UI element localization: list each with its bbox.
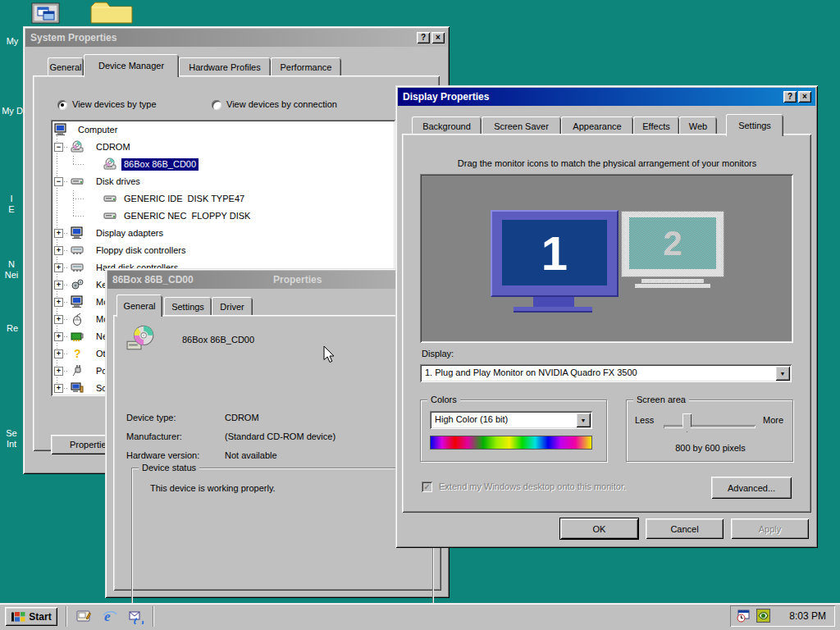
radio-view-by-type[interactable] xyxy=(57,100,67,110)
chevron-down-icon[interactable]: ▼ xyxy=(775,366,790,381)
expand-box[interactable] xyxy=(54,263,63,272)
tab-device-manager[interactable]: Device Manager xyxy=(84,54,179,77)
tab-web[interactable]: Web xyxy=(679,116,717,135)
desktop-icon-label[interactable]: Re xyxy=(0,323,25,334)
tree-item-disk-drives[interactable]: Disk drives xyxy=(52,173,394,190)
expand-box[interactable] xyxy=(54,367,63,376)
mouse-icon xyxy=(71,313,84,326)
tab-background[interactable]: Background xyxy=(412,116,482,135)
desktop-icon-label[interactable]: SeInt xyxy=(0,428,23,450)
svg-text:e: e xyxy=(104,609,111,624)
tab-settings[interactable]: Settings xyxy=(726,114,783,136)
tab-screen-saver[interactable]: Screen Saver xyxy=(482,116,561,135)
close-icon[interactable]: × xyxy=(431,32,445,43)
desktop: My My D IE NNei Re SeInt System Properti… xyxy=(0,0,840,630)
display-properties-titlebar[interactable]: Display Properties xyxy=(398,88,815,106)
tab-driver[interactable]: Driver xyxy=(212,297,253,317)
disk-drive-icon xyxy=(103,209,116,222)
advanced-button[interactable]: Advanced... xyxy=(711,477,792,499)
tree-item-generic-ide[interactable]: GENERIC IDE DISK TYPE47 xyxy=(52,190,394,208)
cancel-button[interactable]: Cancel xyxy=(646,518,724,539)
device-status-group: Device status This device is working pro… xyxy=(131,468,433,604)
display-combobox[interactable]: 1. Plug and Play Monitor on NVIDIA Quadr… xyxy=(420,364,792,382)
expand-box[interactable] xyxy=(54,315,63,324)
desktop-icon-label[interactable]: My D xyxy=(0,106,25,116)
tree-item-86box-cd[interactable]: 86Box 86B_CD00 xyxy=(52,156,394,173)
expand-box[interactable] xyxy=(54,281,63,290)
display-properties-window: Display Properties ? × Background Screen… xyxy=(395,85,818,548)
desktop-folder-icon[interactable] xyxy=(90,1,133,25)
slider-less-label: Less xyxy=(635,415,654,425)
computer-icon xyxy=(54,123,67,136)
scheduled-tasks-tray-icon[interactable] xyxy=(737,609,750,623)
taskbar-separator xyxy=(66,606,67,627)
ok-button[interactable]: OK xyxy=(560,518,638,539)
tab-hardware-profiles[interactable]: Hardware Profiles xyxy=(179,57,271,77)
window-title: System Properties xyxy=(30,32,116,43)
expand-box[interactable] xyxy=(54,349,63,358)
extend-desktop-checkbox[interactable]: ✓ xyxy=(422,482,432,492)
help-button[interactable]: ? xyxy=(417,32,430,43)
taskbar-separator xyxy=(153,606,154,627)
close-icon[interactable]: × xyxy=(798,91,811,103)
radio-view-by-connection[interactable] xyxy=(212,100,221,110)
resolution-value: 800 by 600 pixels xyxy=(627,443,794,453)
internet-explorer-icon[interactable]: e xyxy=(102,608,118,624)
resolution-slider-track[interactable] xyxy=(664,425,756,428)
desktop-icon-label[interactable]: IE xyxy=(0,194,23,215)
tab-settings[interactable]: Settings xyxy=(164,297,212,317)
field-value: (Standard CD-ROM device) xyxy=(225,431,336,441)
tab-general[interactable]: General xyxy=(116,294,162,317)
color-sample-bar xyxy=(430,436,592,450)
tree-item-computer[interactable]: Computer xyxy=(52,121,394,139)
monitor-1-stand xyxy=(533,297,574,307)
controller-icon xyxy=(71,244,84,257)
colors-group: Colors High Color (16 bit) ▼ xyxy=(420,399,607,462)
window-title: Display Properties xyxy=(403,91,489,103)
monitor-arrangement-area[interactable]: 1 2 xyxy=(420,174,793,343)
tree-item-generic-nec[interactable]: GENERIC NEC FLOPPY DISK xyxy=(52,208,394,225)
expand-box[interactable] xyxy=(54,298,63,307)
settings-panel: Drag the monitor icons to match the phys… xyxy=(402,134,811,513)
outlook-express-icon[interactable] xyxy=(128,608,144,624)
display-label: Display: xyxy=(422,349,454,358)
system-tray: 8:03 PM xyxy=(730,605,835,627)
resolution-slider-thumb[interactable] xyxy=(682,413,692,432)
tab-performance[interactable]: Performance xyxy=(271,57,341,77)
tree-item-floppy-controllers[interactable]: Floppy disk controllers xyxy=(52,242,394,259)
tab-general[interactable]: General xyxy=(48,57,84,77)
desktop-icon-label[interactable]: NNei xyxy=(0,259,23,281)
extend-desktop-label: Extend my Windows desktop onto this moni… xyxy=(439,482,626,491)
tab-appearance[interactable]: Appearance xyxy=(561,116,633,135)
device-status-text: This device is working properly. xyxy=(150,483,276,493)
monitor-1-icon[interactable]: 1 xyxy=(491,210,619,297)
general-panel: 86Box 86B_CD00 Device type: CDROM Manufa… xyxy=(113,315,441,591)
start-button[interactable]: Start xyxy=(5,607,57,626)
expand-box[interactable] xyxy=(54,229,63,238)
desktop-display-icon[interactable] xyxy=(31,2,61,25)
apply-button[interactable]: Apply xyxy=(731,518,809,539)
collapse-box[interactable] xyxy=(54,177,63,186)
collapse-box[interactable] xyxy=(54,143,63,152)
system-properties-titlebar[interactable]: System Properties xyxy=(25,29,447,47)
nvidia-tray-icon[interactable] xyxy=(756,609,770,623)
color-depth-combobox[interactable]: High Color (16 bit) ▼ xyxy=(430,411,592,429)
show-desktop-icon[interactable] xyxy=(75,608,92,624)
plug-icon xyxy=(71,364,84,377)
tree-item-cdrom[interactable]: CDROM xyxy=(52,139,394,156)
disk-drive-icon xyxy=(71,175,84,188)
expand-box[interactable] xyxy=(54,246,63,255)
desktop-icon-label[interactable]: My xyxy=(0,36,25,47)
help-button[interactable]: ? xyxy=(783,91,797,103)
monitor-2-base xyxy=(635,284,710,288)
device-status-group-label: Device status xyxy=(139,462,199,473)
chevron-down-icon[interactable]: ▼ xyxy=(576,413,591,427)
tab-effects[interactable]: Effects xyxy=(633,116,679,135)
instruction-text: Drag the monitor icons to match the phys… xyxy=(410,158,804,168)
window-title-device: 86Box 86B_CD00 xyxy=(112,274,194,285)
monitor-2-icon[interactable]: 2 xyxy=(621,211,724,277)
expand-box[interactable] xyxy=(54,384,63,393)
expand-box[interactable] xyxy=(54,332,63,341)
cdrom-icon xyxy=(103,158,116,171)
tree-item-display-adapters[interactable]: Display adapters xyxy=(52,225,394,242)
